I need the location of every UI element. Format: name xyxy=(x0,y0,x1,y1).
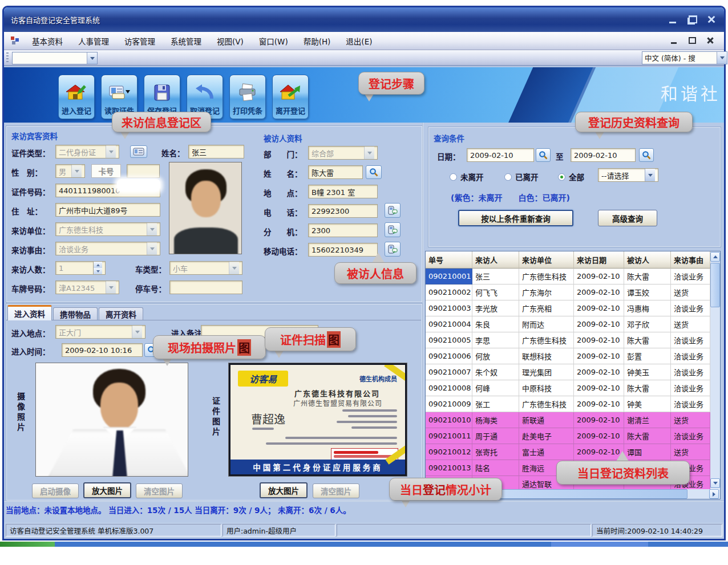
table-cell[interactable]: 富士通 xyxy=(519,444,574,460)
column-header[interactable]: 来访事由 xyxy=(671,251,710,269)
chevron-down-icon[interactable] xyxy=(147,242,157,255)
table-cell[interactable]: 张寄托 xyxy=(472,444,519,460)
table-cell[interactable]: 赴美电子 xyxy=(519,428,574,444)
car-type-select[interactable]: 小车 xyxy=(169,261,242,275)
radio-not-left[interactable]: 未离开 xyxy=(450,171,484,182)
table-cell[interactable]: 090210002 xyxy=(426,284,472,300)
clear-live-photo-button[interactable]: 清空图片 xyxy=(136,483,183,498)
visit-unit-select[interactable]: 广东德生科技 xyxy=(55,222,160,236)
table-cell[interactable]: 送货 xyxy=(671,444,710,460)
tab-carried-items[interactable]: 携带物品 xyxy=(53,307,98,320)
table-cell[interactable]: 冯惠梅 xyxy=(624,300,671,316)
table-cell[interactable]: 送货 xyxy=(671,316,710,332)
read-card-mini-button[interactable] xyxy=(130,145,147,158)
chevron-down-icon[interactable] xyxy=(717,52,727,64)
minimize-icon[interactable] xyxy=(666,13,680,26)
table-cell[interactable]: 2009-02-10 xyxy=(574,412,624,428)
stepper-arrows-icon[interactable] xyxy=(93,262,102,274)
table-cell[interactable]: 2009-02-10 xyxy=(574,269,624,284)
id-type-select[interactable]: 二代身份证 xyxy=(55,145,119,158)
menu-hr[interactable]: 人事管理 xyxy=(78,35,109,47)
visitor-count-stepper[interactable]: 1 xyxy=(55,261,106,275)
language-select[interactable]: 中文 (简体) - 搜 xyxy=(642,51,727,64)
table-cell[interactable]: 洽谈业务 xyxy=(671,380,710,396)
table-cell[interactable]: 附而达 xyxy=(519,316,574,332)
table-cell[interactable]: 090210013 xyxy=(426,460,472,476)
close-icon[interactable] xyxy=(705,13,718,26)
search-person-button[interactable] xyxy=(366,165,382,179)
table-cell[interactable]: 陈大雷 xyxy=(624,332,671,348)
taskbar-strip[interactable] xyxy=(0,542,728,547)
mdi-minimize-icon[interactable] xyxy=(668,35,680,46)
vertical-scrollbar[interactable] xyxy=(710,251,720,489)
dial-ext-button[interactable] xyxy=(385,222,401,237)
table-cell[interactable]: 广东德生科技 xyxy=(519,269,574,284)
radio-icon[interactable] xyxy=(450,173,457,181)
table-row[interactable]: 090210007朱个奴理光集团2009-02-10钟美玉洽谈业务 xyxy=(426,364,710,380)
chevron-down-icon[interactable] xyxy=(229,262,239,274)
table-cell[interactable]: 090210003 xyxy=(426,300,472,316)
table-cell[interactable]: 090210006 xyxy=(426,348,472,364)
table-cell[interactable]: 2009-02-10 xyxy=(574,332,624,348)
table-cell[interactable]: 钟美玉 xyxy=(624,364,671,380)
table-row[interactable]: 090210005李思广东德生科技2009-02-10陈大雷洽谈业务 xyxy=(426,332,710,348)
table-row[interactable]: 090210006何放联想科技2009-02-10彭置洽谈业务 xyxy=(426,348,710,364)
table-cell[interactable]: 洽谈业务 xyxy=(671,348,710,364)
menu-view[interactable]: 视图(V) xyxy=(217,35,244,47)
menu-basic-data[interactable]: 基本资料 xyxy=(32,35,63,47)
mdi-close-icon[interactable] xyxy=(705,35,716,46)
table-cell[interactable]: 联想科技 xyxy=(519,348,574,364)
address-input[interactable]: 广州市中山大道89号 xyxy=(55,203,160,217)
print-receipt-button[interactable]: 打印凭条 xyxy=(229,75,266,119)
visit-reason-select[interactable]: 洽谈业务 xyxy=(55,242,160,255)
tab-leave-data[interactable]: 离开资料 xyxy=(99,307,143,320)
table-cell[interactable]: 中原科技 xyxy=(519,380,574,396)
table-cell[interactable]: 朱个奴 xyxy=(472,364,519,380)
plate-select[interactable]: 津A12345 xyxy=(55,281,119,294)
entry-time-input[interactable]: 2009-02-10 10:16 xyxy=(62,343,143,357)
phone-input[interactable]: 22992300 xyxy=(308,204,378,218)
menu-visitor[interactable]: 访客管理 xyxy=(124,35,155,47)
visitor-name-input[interactable]: 张三 xyxy=(188,145,244,158)
mobile-input[interactable]: 15602210349 xyxy=(308,243,378,257)
table-cell[interactable]: 钟美 xyxy=(624,396,671,412)
table-cell[interactable]: 邓子欣 xyxy=(624,316,671,332)
table-cell[interactable]: 何飞飞 xyxy=(472,284,519,300)
table-cell[interactable]: 090210012 xyxy=(426,444,472,460)
table-cell[interactable]: 090210007 xyxy=(426,364,472,380)
table-cell[interactable]: 洽谈业务 xyxy=(671,269,710,284)
column-header[interactable]: 被访人 xyxy=(624,251,671,269)
enter-register-button[interactable]: 进入登记 xyxy=(58,75,95,119)
zoom-scan-button[interactable]: 放大图片 xyxy=(260,482,308,498)
table-cell[interactable]: 杨海类 xyxy=(472,412,519,428)
column-header[interactable]: 来访人 xyxy=(472,251,519,269)
start-button-strip[interactable] xyxy=(0,542,55,547)
status-filter-select[interactable]: --请选择 xyxy=(598,168,658,182)
radio-icon[interactable] xyxy=(504,173,512,181)
table-cell[interactable]: 090210008 xyxy=(426,380,472,396)
menu-exit[interactable]: 退出(E) xyxy=(346,35,372,47)
table-cell[interactable]: 090210004 xyxy=(426,316,472,332)
table-cell[interactable]: 洽谈业务 xyxy=(671,428,710,444)
table-cell[interactable]: 广东德生科技 xyxy=(519,396,574,412)
card-number-input[interactable] xyxy=(127,164,160,178)
date-from-input[interactable]: 2009-02-10 xyxy=(467,148,534,162)
table-cell[interactable]: 陈大雷 xyxy=(624,380,671,396)
clear-scan-button[interactable]: 清空图片 xyxy=(313,483,359,498)
table-cell[interactable]: 新联通 xyxy=(519,412,574,428)
table-cell[interactable]: 张三 xyxy=(472,269,519,284)
table-cell[interactable]: 谭国 xyxy=(624,444,671,460)
table-cell[interactable]: 送货 xyxy=(671,412,710,428)
chevron-down-icon[interactable] xyxy=(645,169,655,181)
date-to-input[interactable]: 2009-02-10 xyxy=(571,148,636,162)
table-cell[interactable]: 彭置 xyxy=(624,348,671,364)
dept-select[interactable]: 综合部 xyxy=(308,146,378,160)
table-cell[interactable]: 何放 xyxy=(472,348,519,364)
column-header[interactable]: 来访日期 xyxy=(574,251,624,269)
table-cell[interactable]: 2009-02-10 xyxy=(574,428,624,444)
date-to-picker-button[interactable] xyxy=(639,148,654,162)
menu-window[interactable]: 窗口(W) xyxy=(259,35,288,47)
table-cell[interactable]: 广东德生科技 xyxy=(519,332,574,348)
leave-register-button[interactable]: 离开登记 xyxy=(272,75,309,119)
chevron-down-icon[interactable] xyxy=(364,147,374,159)
